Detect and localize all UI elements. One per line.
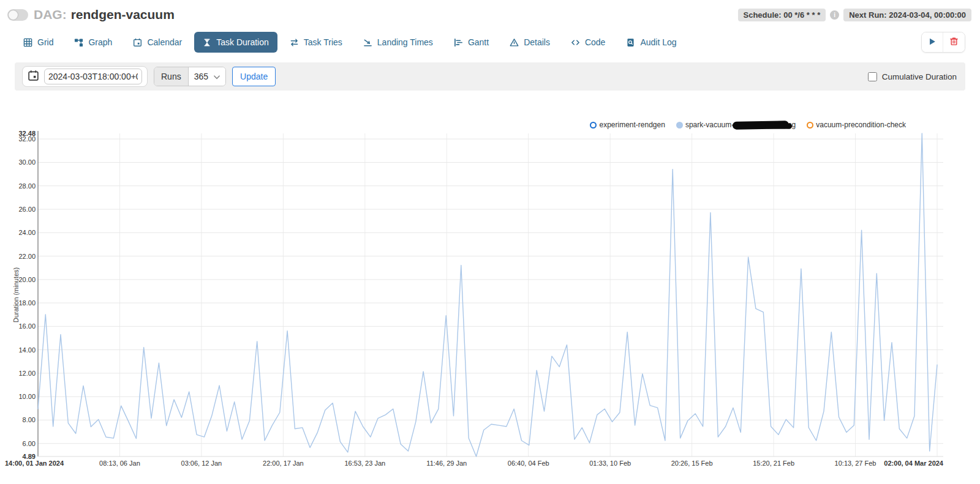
legend-item[interactable]: experiment-rendgen [590,121,665,129]
svg-text:14.00: 14.00 [18,346,36,354]
svg-text:8.00: 8.00 [23,416,36,423]
svg-text:26.00: 26.00 [18,206,36,213]
tab-calendar[interactable]: Calendar [124,32,190,53]
cumulative-duration-control: Cumulative Duration [868,72,958,81]
hourglass-icon [203,38,211,47]
base-date-field [22,66,148,87]
tab-label: Gantt [468,37,489,47]
svg-text:16.00: 16.00 [18,322,36,330]
tab-audit-log[interactable]: Audit Log [617,32,685,53]
tab-landing-times[interactable]: Landing Times [355,32,442,53]
svg-text:22:00, 17 Jan: 22:00, 17 Jan [263,460,304,467]
graph-icon [74,38,83,47]
svg-text:32.48: 32.48 [18,130,36,137]
dag-header: DAG: rendgen-vacuum Schedule: 00 */6 * *… [0,0,980,23]
calendar-icon [28,70,39,84]
svg-text:12.00: 12.00 [18,370,36,377]
svg-text:20:26, 15 Feb: 20:26, 15 Feb [671,460,713,467]
svg-text:14:00, 01 Jan 2024: 14:00, 01 Jan 2024 [5,460,64,467]
page-title: rendgen-vacuum [71,7,175,22]
svg-text:08:13, 06 Jan: 08:13, 06 Jan [99,460,140,467]
tab-label: Details [524,37,550,47]
grid-icon [23,38,32,47]
chevron-down-icon [214,72,220,81]
solid-marker-icon [676,122,683,128]
landing-icon [363,38,372,47]
tab-details[interactable]: Details [501,32,559,53]
svg-text:30.00: 30.00 [18,158,36,166]
svg-text:01:33, 10 Feb: 01:33, 10 Feb [589,460,631,467]
svg-text:11:46, 29 Jan: 11:46, 29 Jan [426,460,467,467]
tab-label: Audit Log [640,37,676,47]
svg-text:18.00: 18.00 [18,299,36,307]
tab-graph[interactable]: Graph [66,32,121,53]
svg-text:06:40, 04 Feb: 06:40, 04 Feb [508,460,549,467]
delete-dag-button[interactable] [943,32,965,52]
gantt-icon [454,38,463,47]
runs-label: Runs [154,67,189,86]
calendar-icon [133,38,142,47]
redaction-blob [733,121,789,130]
ring-marker-icon [590,122,597,128]
schedule-badge: Schedule: 00 */6 * * * [738,9,826,21]
legend-item[interactable]: spark-vacuum--log [676,121,796,129]
audit-log-icon [626,38,635,47]
tab-task-duration[interactable]: Task Duration [194,32,277,53]
tab-code[interactable]: Code [562,32,614,53]
tab-label: Task Tries [304,37,342,47]
dag-prefix-label: DAG: [34,7,67,22]
runs-group: Runs 365 [154,67,226,86]
cumulative-duration-checkbox[interactable] [868,72,877,81]
tab-grid[interactable]: Grid [15,32,62,53]
svg-text:16:53, 23 Jan: 16:53, 23 Jan [344,460,385,467]
repeat-icon [290,38,299,47]
svg-text:4.89: 4.89 [23,453,36,460]
tab-task-tries[interactable]: Task Tries [281,32,351,53]
svg-text:02:00, 04 Mar 2024: 02:00, 04 Mar 2024 [884,460,944,467]
legend-item[interactable]: vacuum-precondition-check [807,121,906,129]
runs-value: 365 [194,72,208,81]
svg-text:10.00: 10.00 [18,393,36,400]
svg-text:32.00: 32.00 [18,135,36,143]
dag-action-buttons [921,32,965,53]
dag-pause-toggle[interactable] [7,9,28,21]
svg-text:03:06, 12 Jan: 03:06, 12 Jan [181,460,222,467]
chart-legend: experiment-rendgenspark-vacuum--logvacuu… [590,121,906,129]
next-run-badge: Next Run: 2024-03-04, 00:00:00 [843,9,971,21]
warning-triangle-icon [510,38,519,47]
code-icon [571,38,580,47]
svg-text:10:13, 27 Feb: 10:13, 27 Feb [835,460,876,467]
svg-text:15:20, 21 Feb: 15:20, 21 Feb [753,460,794,467]
svg-text:22.00: 22.00 [18,253,36,260]
cumulative-duration-label: Cumulative Duration [882,72,957,81]
svg-text:6.00: 6.00 [23,440,36,447]
tab-label: Grid [37,37,53,47]
svg-text:Duration (minutes): Duration (minutes) [12,267,20,322]
svg-text:28.00: 28.00 [18,182,36,190]
ring-marker-icon [807,122,813,128]
airflow-dag-page: { "header": { "dag_prefix": "DAG:", "dag… [0,0,980,484]
info-icon[interactable]: i [830,10,839,20]
tab-label: Landing Times [377,37,433,47]
tab-label: Graph [88,37,112,47]
tab-bar: Grid Graph Calendar Task Duration Task T… [0,23,980,53]
trash-icon [949,37,959,48]
tab-gantt[interactable]: Gantt [445,32,497,53]
tab-label: Code [585,37,605,47]
svg-text:24.00: 24.00 [18,229,36,236]
filter-toolbar: Runs 365 Update Cumulative Duration [15,62,965,91]
update-button[interactable]: Update [232,67,276,86]
play-icon [928,37,937,48]
svg-text:20.00: 20.00 [18,276,36,283]
tab-label: Task Duration [216,37,269,47]
trigger-dag-button[interactable] [922,32,943,52]
tab-label: Calendar [147,37,182,47]
date-input[interactable] [44,69,142,84]
runs-select[interactable]: 365 [189,67,225,86]
